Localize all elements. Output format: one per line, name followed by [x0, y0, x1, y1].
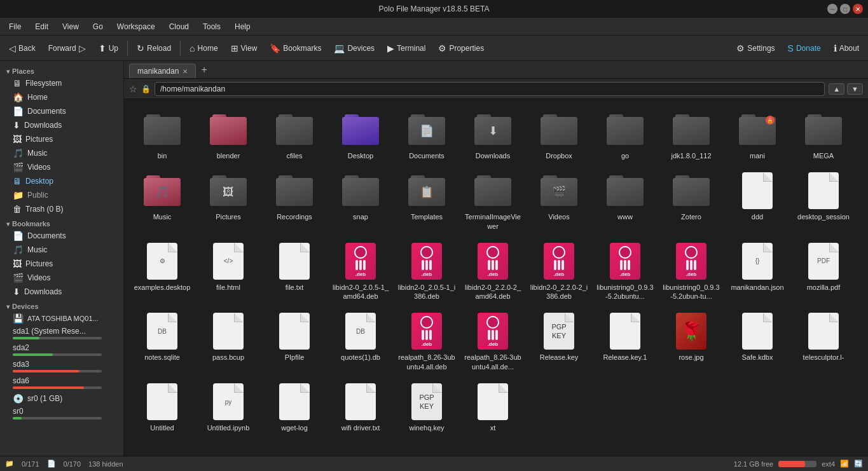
file-item[interactable]: PDF mozilla.pdf	[792, 237, 855, 305]
sidebar-item-home[interactable]: 🏠Home	[0, 90, 123, 104]
file-item[interactable]: jdk1.8.0_112	[659, 106, 723, 164]
file-item[interactable]: PGPKEY winehq.key	[395, 378, 458, 436]
file-item[interactable]: .deb libidn2-0_2.0.5-1_amd64.deb	[329, 237, 392, 305]
file-item[interactable]: 📄 Documents	[395, 106, 458, 164]
properties-button[interactable]: ⚙ Properties	[433, 41, 489, 56]
new-tab-button[interactable]: +	[196, 62, 212, 78]
sidebar-bookmark-downloads[interactable]: ⬇Downloads	[0, 285, 123, 299]
tab-close-button[interactable]: ✕	[183, 68, 188, 75]
maximize-button[interactable]: □	[840, 4, 850, 14]
home-button[interactable]: ⌂ Home	[184, 41, 223, 56]
forward-button[interactable]: Forward ▷	[43, 41, 91, 56]
sidebar-disk-sda3[interactable]: sda3	[0, 358, 123, 375]
file-item[interactable]: ddd	[726, 167, 789, 235]
sidebar-disk-sda6[interactable]: sda6	[0, 375, 123, 392]
sidebar-bookmark-videos[interactable]: 🎬Videos	[0, 271, 123, 285]
menu-tools[interactable]: Tools	[196, 20, 227, 33]
sidebar-item-filesystem[interactable]: 🖥Filesystem	[0, 76, 123, 90]
file-item[interactable]: .deb realpath_8.26-3ubuntu4.all.de...	[461, 307, 525, 375]
sidebar-item-documents[interactable]: 📄Documents	[0, 104, 123, 118]
sidebar-disk-sr0[interactable]: sr0	[0, 406, 123, 422]
file-item[interactable]: Safe.kdbx	[726, 307, 789, 375]
file-item[interactable]: 🔒 mani	[726, 106, 789, 164]
sidebar-disk-sda1[interactable]: sda1 (System Rese...	[0, 325, 123, 342]
file-item[interactable]: TerminalImageViewer	[461, 167, 525, 235]
bookmark-star-icon[interactable]: ☆	[129, 84, 137, 94]
file-item[interactable]: telesculptor.l-	[792, 307, 855, 375]
sidebar-device-ata[interactable]: 💾ATA TOSHIBA MQ01...	[0, 311, 123, 325]
view-button[interactable]: ⊞ View	[226, 41, 263, 56]
sidebar-bookmark-pictures[interactable]: 🖼Pictures	[0, 257, 123, 271]
up-button[interactable]: ⬆ Up	[93, 41, 123, 56]
file-item[interactable]: 🎵 Music	[130, 167, 194, 235]
file-item[interactable]: {} manikandan.json	[726, 237, 789, 305]
file-item[interactable]: file.txt	[263, 237, 326, 305]
sidebar-bookmark-documents[interactable]: 📄Documents	[0, 229, 123, 243]
file-item[interactable]: 🖼 Pictures	[196, 167, 260, 235]
places-section[interactable]: Places	[0, 64, 123, 76]
file-item[interactable]: ⬇ Downloads	[461, 106, 525, 164]
file-item[interactable]: Untitled	[130, 378, 194, 436]
bookmarks-button[interactable]: 🔖 Bookmarks	[265, 41, 326, 56]
menu-file[interactable]: File	[3, 20, 27, 33]
donate-button[interactable]: S Donate	[783, 41, 826, 56]
sidebar-item-downloads[interactable]: ⬇Downloads	[0, 118, 123, 132]
sidebar-disk-sda2[interactable]: sda2	[0, 342, 123, 358]
about-button[interactable]: ℹ About	[829, 41, 864, 56]
minimize-button[interactable]: ─	[827, 4, 837, 14]
sidebar-device-sr0[interactable]: 💿sr0 (1 GB)	[0, 392, 123, 406]
file-item[interactable]: 🌹rose.jpg	[659, 307, 723, 375]
file-item[interactable]: ⚙ examples.desktop	[130, 237, 194, 305]
tab-manikandan[interactable]: manikandan ✕	[129, 64, 196, 78]
file-item[interactable]: .deb libidn2-0_2.0.5-1_i386.deb	[395, 237, 458, 305]
file-item[interactable]: PGPKEY Release.key	[527, 307, 591, 375]
sidebar-item-music[interactable]: 🎵Music	[0, 146, 123, 160]
file-item[interactable]: bin	[130, 106, 194, 164]
address-down-button[interactable]: ▼	[847, 83, 863, 95]
file-item[interactable]: PIpfile	[263, 307, 326, 375]
settings-button[interactable]: ⚙ Settings	[731, 41, 780, 56]
file-item[interactable]: .deb libunistring0_0.9.3-5.2ubuntu...	[593, 237, 657, 305]
file-item[interactable]: .deb realpath_8.26-3ubuntu4.all.deb	[395, 307, 458, 375]
file-item[interactable]: 🎬 Videos	[527, 167, 591, 235]
menu-view[interactable]: View	[56, 20, 85, 33]
menu-cloud[interactable]: Cloud	[163, 20, 195, 33]
menu-go[interactable]: Go	[86, 20, 109, 33]
file-item[interactable]: Recordings	[263, 167, 326, 235]
sidebar-item-pictures[interactable]: 🖼Pictures	[0, 132, 123, 146]
file-item[interactable]: www	[593, 167, 657, 235]
file-item[interactable]: desktop_session	[792, 167, 855, 235]
address-up-button[interactable]: ▲	[829, 83, 844, 95]
file-item[interactable]: </> file.html	[196, 237, 260, 305]
sidebar-bookmark-music[interactable]: 🎵Music	[0, 243, 123, 257]
file-item[interactable]: 📋 Templates	[395, 167, 458, 235]
file-item[interactable]: pass.bcup	[196, 307, 260, 375]
reload-button[interactable]: ↻ Reload	[132, 41, 176, 56]
file-item[interactable]: DB notes.sqlite	[130, 307, 194, 375]
file-item[interactable]: MEGA	[792, 106, 855, 164]
back-button[interactable]: ◁ Back	[4, 41, 41, 56]
file-item[interactable]: blender	[196, 106, 260, 164]
bookmarks-section[interactable]: Bookmarks	[0, 216, 123, 229]
file-item[interactable]: Release.key.1	[593, 307, 657, 375]
devices-button[interactable]: 💻 Devices	[329, 41, 380, 56]
file-item[interactable]: Dropbox	[527, 106, 591, 164]
file-item[interactable]: .deb libidn2-0_2.2.0-2_amd64.deb	[461, 237, 525, 305]
menu-workspace[interactable]: Workspace	[111, 20, 162, 33]
sidebar-item-public[interactable]: 📁Public	[0, 188, 123, 202]
devices-section[interactable]: Devices	[0, 299, 123, 311]
file-item[interactable]: cfiles	[263, 106, 326, 164]
close-button[interactable]: ✕	[853, 4, 863, 14]
file-item[interactable]: wifi driver.txt	[329, 378, 392, 436]
terminal-button[interactable]: ▶ Terminal	[382, 41, 431, 56]
file-item[interactable]: Desktop	[329, 106, 392, 164]
menu-help[interactable]: Help	[228, 20, 257, 33]
file-item[interactable]: wget-log	[263, 378, 326, 436]
file-item[interactable]: DB quotes(1).db	[329, 307, 392, 375]
address-input[interactable]	[155, 82, 825, 96]
file-item[interactable]: go	[593, 106, 657, 164]
file-item[interactable]: py Untitled.ipynb	[196, 378, 260, 436]
file-item[interactable]: .deb libunistring0_0.9.3-5.2ubun-tu...	[659, 237, 723, 305]
file-item[interactable]: xt	[461, 378, 525, 436]
sidebar-item-desktop[interactable]: 🖥Desktop	[0, 174, 123, 188]
